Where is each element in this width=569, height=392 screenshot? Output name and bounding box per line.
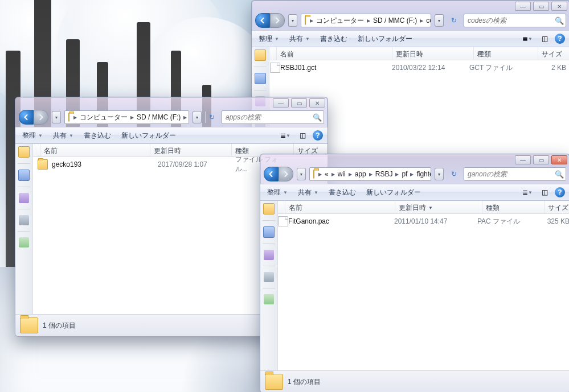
- favorites-icon[interactable]: [255, 49, 266, 61]
- organize-menu[interactable]: 整理▼: [254, 32, 284, 46]
- file-list[interactable]: FitGanon.pac2011/01/10 14:47PAC ファイル325 …: [278, 214, 569, 370]
- close-button[interactable]: ✕: [551, 2, 567, 11]
- chevron-right-icon[interactable]: ▶: [418, 18, 425, 23]
- address-dropdown[interactable]: ▾: [435, 14, 444, 27]
- maximize-button[interactable]: ▭: [533, 155, 549, 164]
- organize-menu[interactable]: 整理▼: [18, 129, 47, 142]
- burn-button[interactable]: 書き込む: [324, 186, 361, 199]
- column-header-icon[interactable]: [269, 47, 277, 60]
- column-header-name[interactable]: 名前: [40, 144, 150, 156]
- breadcrumb[interactable]: SD / MMC (F:): [372, 14, 418, 27]
- forward-button[interactable]: [34, 110, 48, 125]
- search-icon[interactable]: 🔍: [555, 170, 564, 179]
- history-dropdown[interactable]: ▾: [288, 14, 297, 27]
- close-button[interactable]: ✕: [551, 155, 567, 164]
- search-box[interactable]: 🔍: [464, 14, 566, 27]
- preview-pane-button[interactable]: ◫: [538, 32, 551, 45]
- computer-icon[interactable]: [264, 272, 274, 282]
- search-input[interactable]: [224, 113, 313, 122]
- maximize-button[interactable]: ▭: [291, 98, 307, 108]
- chevron-right-icon[interactable]: ▶: [129, 115, 136, 120]
- list-item[interactable]: FitGanon.pac2011/01/10 14:47PAC ファイル325 …: [278, 215, 569, 228]
- organize-menu[interactable]: 整理▼: [263, 186, 292, 199]
- nav-pane[interactable]: [260, 201, 278, 370]
- breadcrumb[interactable]: app: [354, 168, 367, 180]
- search-box[interactable]: 🔍: [222, 110, 324, 124]
- search-icon[interactable]: 🔍: [313, 113, 322, 122]
- close-button[interactable]: ✕: [309, 98, 325, 108]
- burn-button[interactable]: 書き込む: [316, 32, 352, 46]
- column-header-size[interactable]: サイズ: [545, 201, 569, 213]
- title-bar[interactable]: —▭✕: [252, 1, 569, 13]
- column-header-name[interactable]: 名前: [277, 47, 392, 60]
- refresh-button[interactable]: ↻: [447, 15, 460, 26]
- chevron-right-icon[interactable]: ▶: [394, 172, 400, 177]
- minimize-button[interactable]: —: [273, 98, 289, 108]
- back-button[interactable]: [19, 110, 34, 125]
- chevron-right-icon[interactable]: ▶: [317, 172, 324, 177]
- maximize-button[interactable]: ▭: [533, 2, 549, 11]
- search-icon[interactable]: 🔍: [555, 16, 564, 25]
- breadcrumb[interactable]: コンピューター: [315, 14, 365, 27]
- column-header-icon[interactable]: [33, 144, 40, 156]
- chevron-right-icon[interactable]: ▶: [72, 115, 79, 120]
- breadcrumb[interactable]: «: [324, 168, 330, 180]
- libraries-icon[interactable]: [255, 73, 266, 84]
- column-header-type[interactable]: 種類: [474, 47, 538, 60]
- share-menu[interactable]: 共有▼: [48, 129, 78, 142]
- breadcrumb[interactable]: RSBJ: [374, 168, 394, 180]
- homegroup-icon[interactable]: [264, 250, 274, 260]
- chevron-right-icon[interactable]: ▶: [408, 172, 415, 177]
- homegroup-icon[interactable]: [19, 193, 29, 203]
- favorites-icon[interactable]: [18, 146, 30, 158]
- share-menu[interactable]: 共有▼: [293, 186, 323, 199]
- title-bar[interactable]: —▭✕: [15, 97, 328, 110]
- chevron-right-icon[interactable]: ▶: [347, 172, 354, 177]
- new-folder-button[interactable]: 新しいフォルダー: [117, 129, 181, 142]
- column-header-size[interactable]: サイズ: [538, 47, 569, 60]
- search-input[interactable]: [466, 170, 555, 179]
- network-icon[interactable]: [19, 237, 29, 247]
- help-button[interactable]: ?: [555, 187, 565, 197]
- column-header-type[interactable]: 種類: [482, 201, 545, 213]
- list-item[interactable]: RSBJ01.gct2010/03/22 12:14GCT ファイル2 KB: [269, 61, 569, 74]
- chevron-right-icon[interactable]: ▶: [308, 18, 315, 23]
- title-bar[interactable]: —▭✕: [260, 154, 569, 167]
- column-header-name[interactable]: 名前: [285, 201, 395, 213]
- address-dropdown[interactable]: ▾: [435, 168, 444, 180]
- minimize-button[interactable]: —: [515, 2, 531, 11]
- chevron-right-icon[interactable]: ▶: [182, 115, 189, 120]
- chevron-right-icon[interactable]: ▶: [367, 172, 374, 177]
- back-button[interactable]: [255, 13, 270, 28]
- breadcrumb[interactable]: コンピューター: [79, 111, 129, 123]
- preview-pane-button[interactable]: ◫: [538, 186, 551, 199]
- column-header-date[interactable]: 更新日時: [392, 47, 474, 60]
- forward-button[interactable]: [279, 167, 293, 181]
- nav-pane[interactable]: [15, 144, 33, 314]
- new-folder-button[interactable]: 新しいフォルダー: [362, 186, 425, 199]
- burn-button[interactable]: 書き込む: [79, 129, 116, 142]
- breadcrumb[interactable]: codes: [425, 14, 431, 27]
- address-bar[interactable]: ▶コンピューター▶SD / MMC (F:)▶codes: [301, 14, 431, 27]
- search-input[interactable]: [466, 16, 555, 25]
- history-dropdown[interactable]: ▾: [52, 111, 61, 123]
- share-menu[interactable]: 共有▼: [285, 32, 314, 46]
- breadcrumb[interactable]: wii: [337, 168, 347, 180]
- column-header-date[interactable]: 更新日時▼: [395, 201, 482, 213]
- favorites-icon[interactable]: [263, 203, 275, 214]
- refresh-button[interactable]: ↻: [205, 112, 218, 123]
- minimize-button[interactable]: —: [515, 155, 531, 164]
- forward-button[interactable]: [270, 13, 285, 28]
- view-mode-button[interactable]: ≣▼: [521, 32, 534, 45]
- preview-pane-button[interactable]: ◫: [296, 129, 309, 142]
- chevron-right-icon[interactable]: ▶: [365, 18, 372, 23]
- breadcrumb[interactable]: pf: [400, 168, 408, 180]
- back-button[interactable]: [264, 167, 279, 181]
- libraries-icon[interactable]: [263, 226, 275, 238]
- chevron-right-icon[interactable]: ▶: [330, 172, 337, 177]
- help-button[interactable]: ?: [313, 130, 323, 141]
- search-box[interactable]: 🔍: [464, 167, 566, 181]
- computer-icon[interactable]: [19, 215, 29, 225]
- view-mode-button[interactable]: ≣▼: [521, 186, 534, 199]
- network-icon[interactable]: [264, 294, 274, 304]
